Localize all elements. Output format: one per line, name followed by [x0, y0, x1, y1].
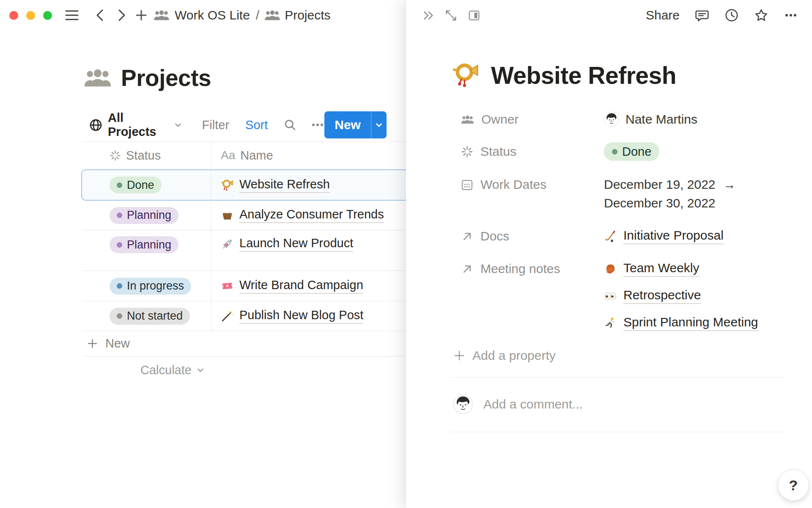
row-title-link[interactable]: Analyze Consumer Trends [239, 207, 384, 223]
relation-link[interactable]: Initiative Proposal [604, 226, 724, 247]
breadcrumb-page[interactable]: Projects [285, 8, 330, 22]
syringe-emoji [221, 237, 234, 251]
property-label: Work Dates [480, 177, 546, 192]
property-row-status[interactable]: Status Done [461, 141, 787, 163]
side-peek-toolbar: Share [406, 0, 812, 30]
calculate-button[interactable]: Calculate [140, 363, 205, 377]
column-header-name-label: Name [240, 149, 273, 163]
close-peek-icon[interactable] [422, 9, 435, 22]
chevron-down-icon [374, 120, 384, 130]
comment-input-placeholder[interactable]: Add a comment... [483, 397, 583, 411]
property-label: Status [480, 144, 516, 159]
breadcrumb-separator: / [256, 8, 259, 22]
sidebar-menu-icon[interactable] [65, 9, 79, 22]
status-dot [117, 313, 122, 319]
peek-page-title: Website Refresh [491, 61, 676, 89]
new-button-dropdown[interactable] [371, 111, 387, 138]
forward-icon[interactable] [116, 8, 127, 22]
relation-link[interactable]: Sprint Planning Meeting [604, 312, 758, 334]
divider [450, 377, 785, 378]
zoom-window-button[interactable] [43, 11, 52, 20]
add-property-button[interactable]: Add a property [453, 345, 556, 367]
work-dates-end: December 30, 2022 [604, 196, 716, 210]
status-cell[interactable]: Planning [82, 207, 211, 224]
projects-people-icon [84, 66, 112, 90]
property-row-owner[interactable]: Owner Nate Martins [461, 108, 787, 130]
name-cell[interactable]: Launch New Product [211, 236, 353, 252]
plus-icon [87, 338, 98, 349]
row-title-link[interactable]: Write Brand Campaign [239, 278, 363, 294]
side-peek-mode-icon[interactable] [467, 9, 481, 22]
table-row[interactable]: Planning Launch New Product [82, 230, 406, 271]
filter-button[interactable]: Filter [202, 118, 229, 132]
avatar [604, 112, 619, 127]
minimize-window-button[interactable] [26, 11, 35, 20]
share-button[interactable]: Share [646, 8, 680, 22]
row-title-link[interactable]: Publish New Blog Post [239, 308, 363, 324]
work-dates-value[interactable]: December 19, 2022 → December 30, 2022 [604, 175, 736, 213]
new-page-icon[interactable] [135, 9, 148, 22]
more-options-icon[interactable] [311, 119, 324, 131]
close-window-button[interactable] [9, 11, 18, 20]
view-tab-all-projects[interactable]: All Projects [89, 111, 183, 139]
back-icon[interactable] [94, 8, 105, 22]
column-header-name[interactable]: Aa Name [221, 141, 273, 169]
chevron-down-icon [196, 365, 205, 375]
table-row[interactable]: Not started Publish New Blog Post [82, 301, 406, 331]
work-dates-start: December 19, 2022 [604, 177, 716, 191]
status-cell[interactable]: Done [82, 177, 211, 193]
postal-horn-emoji[interactable] [452, 61, 480, 89]
divider [450, 432, 785, 432]
arrow-up-right-icon [461, 230, 473, 243]
table-row[interactable]: Done Website Refresh [82, 169, 406, 201]
status-cell[interactable]: Not started [82, 308, 211, 325]
status-pill-label: In progress [127, 279, 184, 293]
expand-page-icon[interactable] [444, 9, 458, 22]
status-cell[interactable]: Planning [82, 236, 211, 253]
property-row-meeting-notes[interactable]: Meeting notes Team Weekly Retrospective … [461, 258, 787, 334]
column-header-status[interactable]: Status [110, 141, 161, 169]
comment-composer[interactable]: Add a comment... [453, 393, 583, 415]
favorite-star-icon[interactable] [754, 8, 768, 22]
property-label: Meeting notes [480, 262, 560, 276]
breadcrumb-workspace[interactable]: Work OS Lite [175, 8, 250, 22]
runner-emoji [604, 317, 617, 330]
sort-button[interactable]: Sort [245, 118, 268, 132]
name-cell[interactable]: Publish New Blog Post [211, 308, 363, 324]
name-cell[interactable]: Analyze Consumer Trends [211, 207, 384, 223]
status-pill[interactable]: Done [604, 142, 659, 161]
window-controls [9, 11, 52, 20]
window-top-bar: Work OS Lite / Projects [0, 0, 406, 30]
property-label: Docs [480, 229, 509, 243]
view-tab-label: All Projects [108, 111, 168, 139]
status-dot [117, 182, 122, 188]
name-cell[interactable]: Write Brand Campaign [211, 278, 363, 294]
search-icon[interactable] [284, 119, 296, 131]
table-row[interactable]: Planning Analyze Consumer Trends [82, 201, 406, 230]
page-options-icon[interactable] [784, 9, 798, 22]
add-row-button[interactable]: New [82, 331, 406, 356]
row-title-link[interactable]: Website Refresh [239, 177, 330, 193]
new-button[interactable]: New [324, 118, 371, 132]
name-cell[interactable]: Website Refresh [211, 177, 330, 193]
status-dot [117, 213, 122, 218]
status-spinner-icon [110, 150, 121, 161]
relation-link[interactable]: Retrospective [604, 285, 701, 306]
help-button[interactable]: ? [778, 469, 809, 501]
row-title-link[interactable]: Launch New Product [239, 236, 353, 252]
property-row-work-dates[interactable]: Work Dates December 19, 2022 → December … [461, 175, 787, 213]
basket-emoji [221, 209, 234, 222]
owner-person-chip[interactable]: Nate Martins [604, 112, 697, 127]
status-pill-label: Not started [127, 309, 183, 323]
relation-link[interactable]: Team Weekly [604, 258, 700, 279]
property-row-docs[interactable]: Docs Initiative Proposal [461, 225, 787, 247]
comments-icon[interactable] [695, 8, 709, 22]
owner-name: Nate Martins [625, 112, 697, 127]
add-row-label: New [105, 337, 130, 351]
status-cell[interactable]: In progress [82, 278, 211, 295]
table-row[interactable]: In progress Write Brand Campaign [82, 271, 406, 301]
eyes-emoji [604, 290, 617, 303]
history-icon[interactable] [724, 8, 739, 22]
status-dot [612, 149, 617, 155]
status-pill-label: Planning [127, 209, 171, 222]
